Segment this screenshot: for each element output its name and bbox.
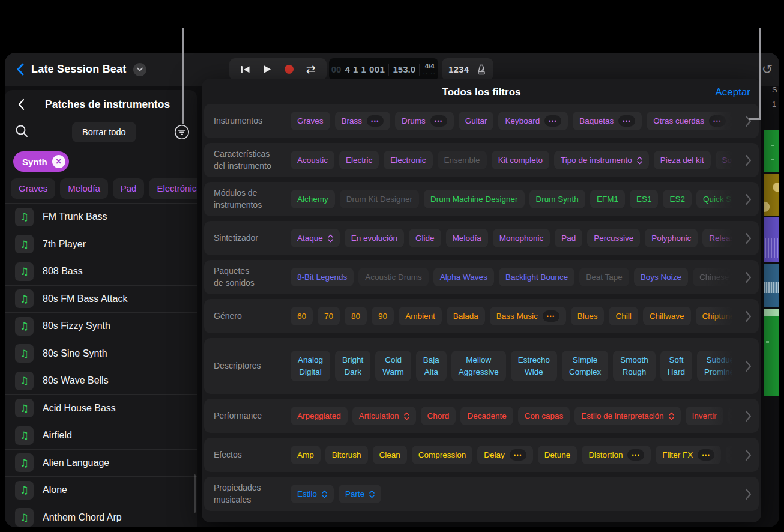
count-in-button[interactable]: 1234 bbox=[448, 65, 469, 74]
filter-chip-chord[interactable]: Chord bbox=[421, 407, 456, 425]
filter-chip-es2[interactable]: ES2 bbox=[663, 190, 692, 208]
filter-chip-melod-a[interactable]: Melodía bbox=[446, 229, 488, 247]
region-purple-midi[interactable] bbox=[764, 217, 779, 262]
filter-chip-guitar[interactable]: Guitar bbox=[459, 112, 494, 130]
filter-chip-distortion[interactable]: Distortion••• bbox=[582, 446, 651, 464]
patch-item-80s-sine-synth[interactable]: ♫80s Sine Synth bbox=[5, 340, 197, 367]
cycle-button[interactable]: ⇄ bbox=[303, 62, 319, 77]
filter-chip-80[interactable]: 80 bbox=[345, 307, 367, 325]
more-options-icon[interactable]: ••• bbox=[430, 115, 447, 127]
row-expand-chevron[interactable] bbox=[745, 271, 752, 283]
category-chip-graves[interactable]: Graves bbox=[11, 178, 55, 199]
filter-chip-arpeggiated[interactable]: Arpeggiated bbox=[291, 407, 348, 425]
row-expand-chevron[interactable] bbox=[745, 310, 752, 322]
filter-chip-solo[interactable]: Solo bbox=[716, 151, 732, 169]
filter-chip-filter-fx[interactable]: Filter FX••• bbox=[656, 446, 721, 464]
filter-chip-smooth[interactable]: SmoothRough bbox=[613, 351, 656, 381]
row-expand-chevron[interactable] bbox=[745, 449, 752, 461]
lcd-display[interactable]: 00 4 1 1 001 153.0 4/4 ·· ·· bbox=[329, 58, 438, 80]
sidebar-scrollbar[interactable] bbox=[194, 474, 196, 513]
more-options-icon[interactable]: ••• bbox=[510, 449, 526, 461]
more-options-icon[interactable]: ••• bbox=[543, 310, 559, 322]
filter-chip-polyphonic[interactable]: Polyphonic bbox=[645, 229, 698, 247]
filter-chip-analog[interactable]: AnalogDigital bbox=[291, 351, 330, 381]
row-expand-chevron[interactable] bbox=[745, 410, 752, 422]
patch-item-fm-trunk-bass[interactable]: ♫FM Trunk Bass bbox=[5, 203, 197, 231]
filter-chip-soft[interactable]: SoftHard bbox=[660, 351, 692, 381]
filter-chip-drum-kit-designer[interactable]: Drum Kit Designer bbox=[340, 190, 419, 208]
filter-chip-simple[interactable]: SimpleComplex bbox=[562, 351, 608, 381]
filter-chip-alchemy[interactable]: Alchemy bbox=[291, 190, 335, 208]
filter-chip-articulation[interactable]: Articulation bbox=[352, 407, 416, 425]
filter-chip-ensemble[interactable]: Ensemble bbox=[438, 151, 487, 169]
filter-chip-pad[interactable]: Pad bbox=[555, 229, 582, 247]
filter-chip-electric[interactable]: Electric bbox=[339, 151, 379, 169]
patch-item-acid-house-bass[interactable]: ♫Acid House Bass bbox=[5, 394, 197, 422]
active-filter-chip-synth[interactable]: Synth × bbox=[13, 151, 69, 172]
play-button[interactable] bbox=[259, 62, 275, 77]
filter-chip-bitcrush[interactable]: Bitcrush bbox=[325, 446, 368, 464]
row-expand-chevron[interactable] bbox=[745, 193, 752, 205]
filter-chip-boys-noize[interactable]: Boys Noize bbox=[634, 268, 688, 286]
project-menu-button[interactable] bbox=[133, 63, 146, 76]
filter-chip-beat-tape[interactable]: Beat Tape bbox=[579, 268, 629, 286]
filter-chip-clean[interactable]: Clean bbox=[373, 446, 407, 464]
more-options-icon[interactable]: ••• bbox=[618, 115, 635, 127]
filter-chip-invertir[interactable]: Invertir bbox=[686, 407, 723, 425]
filter-chip-cold[interactable]: ColdWarm bbox=[375, 351, 411, 381]
accept-button[interactable]: Aceptar bbox=[715, 86, 750, 98]
filter-chip-ataque[interactable]: Ataque bbox=[291, 229, 340, 247]
filter-chip-estrecho[interactable]: EstrechoWide bbox=[511, 351, 557, 381]
category-chip-electr-nica[interactable]: Electrónica bbox=[149, 178, 197, 199]
filter-chip-es1[interactable]: ES1 bbox=[630, 190, 659, 208]
sidebar-back-button[interactable] bbox=[18, 98, 25, 110]
filter-chip-compression[interactable]: Compression bbox=[412, 446, 473, 464]
filter-chip-kit-completo[interactable]: Kit completo bbox=[492, 151, 549, 169]
row-expand-chevron[interactable] bbox=[745, 360, 752, 372]
row-expand-chevron[interactable] bbox=[745, 115, 752, 127]
filter-chip-blues[interactable]: Blues bbox=[571, 307, 605, 325]
filter-chip-delay[interactable]: Delay••• bbox=[477, 446, 532, 464]
more-options-icon[interactable]: ••• bbox=[544, 115, 561, 127]
filter-chip-bass-music[interactable]: Bass Music••• bbox=[490, 307, 566, 325]
filter-chip-70[interactable]: 70 bbox=[318, 307, 340, 325]
filter-chip-parte[interactable]: Parte bbox=[339, 485, 381, 503]
filter-chip-mellow[interactable]: MellowAggressive bbox=[451, 351, 506, 381]
region-olive-audio[interactable] bbox=[764, 174, 779, 216]
filter-chip-90[interactable]: 90 bbox=[372, 307, 394, 325]
filter-chip-chinese-traditiona[interactable]: Chinese Traditiona bbox=[693, 268, 732, 286]
row-expand-chevron[interactable] bbox=[745, 488, 752, 500]
more-options-icon[interactable]: ••• bbox=[367, 115, 384, 127]
filter-chip-quick-sampler[interactable]: Quick Sampler bbox=[696, 190, 732, 208]
filter-chip-60[interactable]: 60 bbox=[291, 307, 313, 325]
filter-chip-baja[interactable]: BajaAlta bbox=[416, 351, 447, 381]
search-button[interactable] bbox=[15, 124, 29, 141]
filter-chip-balada[interactable]: Balada bbox=[447, 307, 485, 325]
metronome-button[interactable] bbox=[476, 64, 487, 75]
more-options-icon[interactable]: ••• bbox=[698, 449, 714, 461]
project-title[interactable]: Late Session Beat bbox=[31, 63, 126, 76]
filter-chip-ambient[interactable]: Ambient bbox=[399, 307, 442, 325]
filter-chip-subdued[interactable]: SubduedProminent bbox=[697, 351, 732, 381]
filter-chip-con-capas[interactable]: Con capas bbox=[518, 407, 570, 425]
filter-chip-tipo-de-instrumento[interactable]: Tipo de instrumento bbox=[554, 151, 649, 169]
filter-chip-baquetas[interactable]: Baquetas••• bbox=[573, 112, 642, 130]
filter-chip-acoustic[interactable]: Acoustic bbox=[291, 151, 334, 169]
patch-item-80s-fizzy-synth[interactable]: ♫80s Fizzy Synth bbox=[5, 312, 197, 340]
remove-filter-button[interactable]: × bbox=[52, 155, 65, 168]
more-options-icon[interactable]: ••• bbox=[709, 115, 726, 127]
row-expand-chevron[interactable] bbox=[745, 232, 752, 244]
filter-chip-rhythmic[interactable]: Rhythmic bbox=[728, 407, 732, 425]
filter-chip-drum-machine-designer[interactable]: Drum Machine Designer bbox=[424, 190, 525, 208]
filter-chip-electronic[interactable]: Electronic bbox=[384, 151, 432, 169]
filter-chip-glide[interactable]: Glide bbox=[409, 229, 441, 247]
filter-chip-backlight-bounce[interactable]: Backlight Bounce bbox=[499, 268, 574, 286]
row-expand-chevron[interactable] bbox=[745, 154, 752, 166]
filter-button[interactable] bbox=[173, 124, 190, 143]
filter-chip-drums[interactable]: Drums••• bbox=[395, 112, 454, 130]
filter-chip-pieza-del-kit[interactable]: Pieza del kit bbox=[654, 151, 711, 169]
filter-chip-graves[interactable]: Graves bbox=[291, 112, 330, 130]
category-chip-pad[interactable]: Pad bbox=[113, 178, 145, 199]
patch-item-80s-fm-bass-attack[interactable]: ♫80s FM Bass Attack bbox=[5, 285, 197, 313]
filter-chip-drum-synth[interactable]: Drum Synth bbox=[529, 190, 585, 208]
